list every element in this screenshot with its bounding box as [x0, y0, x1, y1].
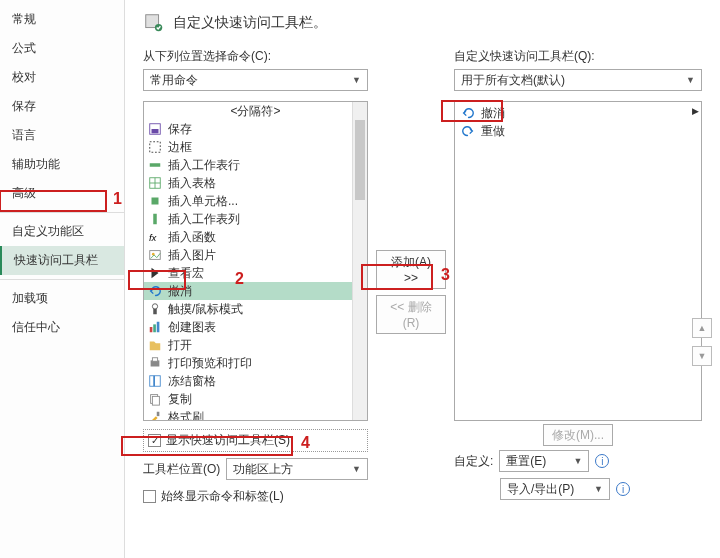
chevron-down-icon: ▼	[573, 456, 582, 466]
save-icon	[148, 122, 162, 136]
choose-from-label: 从下列位置选择命令(C):	[143, 48, 368, 65]
show-qat-checkbox[interactable]: ✓	[148, 434, 161, 447]
chevron-down-icon: ▼	[352, 464, 361, 474]
separator-header[interactable]: <分隔符>	[144, 102, 367, 120]
row-icon	[148, 158, 162, 172]
qat-listbox[interactable]: ▶ 撤消 重做	[454, 101, 702, 421]
list-item[interactable]: 格式刷	[144, 408, 367, 420]
list-item[interactable]: 插入单元格...	[144, 192, 367, 210]
list-item[interactable]: 保存	[144, 120, 367, 138]
item-label: 边框	[168, 139, 192, 156]
list-item[interactable]: 重做	[457, 122, 699, 140]
sidebar-item-language[interactable]: 语言	[0, 121, 124, 150]
svg-rect-20	[152, 358, 157, 362]
combo-value: 功能区上方	[233, 461, 293, 478]
svg-rect-10	[153, 214, 157, 225]
add-button[interactable]: 添加(A) >>	[376, 250, 446, 289]
svg-rect-5	[150, 163, 161, 167]
move-down-button[interactable]: ▼	[692, 346, 712, 366]
sidebar-item-customize-ribbon[interactable]: 自定义功能区	[0, 217, 124, 246]
commands-listbox[interactable]: <分隔符>保存边框▶插入工作表行插入表格插入单元格...插入工作表列fx插入函数…	[143, 101, 368, 421]
sidebar-item-formulas[interactable]: 公式	[0, 34, 124, 63]
item-label: 触摸/鼠标模式	[168, 301, 243, 318]
move-up-button[interactable]: ▲	[692, 318, 712, 338]
separator	[0, 279, 124, 280]
list-item[interactable]: 边框▶	[144, 138, 367, 156]
open-icon	[148, 338, 162, 352]
undo-icon	[461, 106, 475, 120]
macro-icon	[148, 266, 162, 280]
customize-qat-label: 自定义快速访问工具栏(Q):	[454, 48, 702, 65]
custom-label: 自定义:	[454, 453, 493, 470]
sidebar-item-qat[interactable]: 快速访问工具栏	[0, 246, 124, 275]
sidebar-item-advanced[interactable]: 高级	[0, 179, 124, 208]
list-item[interactable]: 创建图表	[144, 318, 367, 336]
brush-icon	[148, 410, 162, 420]
item-label: 打开	[168, 337, 192, 354]
info-icon[interactable]: i	[595, 454, 609, 468]
col-icon	[148, 212, 162, 226]
remove-button[interactable]: << 删除(R)	[376, 295, 446, 334]
list-item[interactable]: 打印预览和打印	[144, 354, 367, 372]
sidebar-item-accessibility[interactable]: 辅助功能	[0, 150, 124, 179]
expand-icon: ▶	[692, 106, 699, 116]
freeze-icon	[148, 374, 162, 388]
item-label: 插入工作表行	[168, 157, 240, 174]
svg-rect-15	[153, 309, 157, 314]
list-item[interactable]: 插入表格	[144, 174, 367, 192]
sidebar-item-save[interactable]: 保存	[0, 92, 124, 121]
always-show-checkbox[interactable]	[143, 490, 156, 503]
list-item[interactable]: 撤消▶	[144, 282, 367, 300]
list-item[interactable]: 打开	[144, 336, 367, 354]
page-title: 自定义快速访问工具栏。	[173, 14, 327, 32]
print-icon	[148, 356, 162, 370]
item-label: 创建图表	[168, 319, 216, 336]
item-label: 插入工作表列	[168, 211, 240, 228]
choose-from-combo[interactable]: 常用命令 ▼	[143, 69, 368, 91]
info-icon[interactable]: i	[616, 482, 630, 496]
list-item[interactable]: 插入工作表行	[144, 156, 367, 174]
modify-button[interactable]: 修改(M)...	[543, 424, 613, 446]
list-item[interactable]: 插入工作表列	[144, 210, 367, 228]
svg-rect-3	[152, 129, 159, 133]
sidebar-item-trust[interactable]: 信任中心	[0, 313, 124, 342]
svg-rect-9	[152, 198, 159, 205]
item-label: 重做	[481, 123, 505, 140]
list-item[interactable]: 触摸/鼠标模式	[144, 300, 367, 318]
reset-combo[interactable]: 重置(E)▼	[499, 450, 589, 472]
toolbar-pos-combo[interactable]: 功能区上方 ▼	[226, 458, 368, 480]
item-label: 插入图片	[168, 247, 216, 264]
sidebar-item-proofing[interactable]: 校对	[0, 63, 124, 92]
customize-qat-combo[interactable]: 用于所有文档(默认) ▼	[454, 69, 702, 91]
list-item[interactable]: 复制	[144, 390, 367, 408]
item-label: 插入单元格...	[168, 193, 238, 210]
scrollbar[interactable]	[352, 102, 367, 420]
import-export-combo[interactable]: 导入/导出(P)▼	[500, 478, 610, 500]
list-item[interactable]: fx插入函数	[144, 228, 367, 246]
list-item[interactable]: 查看宏▶	[144, 264, 367, 282]
item-label: 复制	[168, 391, 192, 408]
separator	[0, 212, 124, 213]
item-label: 查看宏	[168, 265, 204, 282]
svg-point-14	[152, 304, 157, 309]
sidebar-item-general[interactable]: 常规	[0, 5, 124, 34]
list-item[interactable]: 撤消	[457, 104, 699, 122]
svg-rect-4	[150, 142, 161, 153]
table-icon	[148, 176, 162, 190]
list-item[interactable]: 冻结窗格▶	[144, 372, 367, 390]
chevron-down-icon: ▼	[594, 484, 603, 494]
item-label: 打印预览和打印	[168, 355, 252, 372]
main-panel: 自定义快速访问工具栏。 从下列位置选择命令(C): 常用命令 ▼ <分隔符>保存…	[125, 0, 720, 558]
toolbar-pos-label: 工具栏位置(O)	[143, 461, 220, 478]
list-item[interactable]: 插入图片	[144, 246, 367, 264]
item-label: 插入表格	[168, 175, 216, 192]
combo-value: 常用命令	[150, 72, 198, 89]
chevron-down-icon: ▼	[352, 75, 361, 85]
chart-icon	[148, 320, 162, 334]
combo-value: 用于所有文档(默认)	[461, 72, 565, 89]
sidebar-item-addins[interactable]: 加载项	[0, 284, 124, 313]
qat-icon	[143, 12, 165, 34]
sidebar: 常规 公式 校对 保存 语言 辅助功能 高级 自定义功能区 快速访问工具栏 加载…	[0, 0, 125, 558]
always-show-label: 始终显示命令和标签(L)	[161, 488, 284, 505]
item-label: 撤消	[481, 105, 505, 122]
